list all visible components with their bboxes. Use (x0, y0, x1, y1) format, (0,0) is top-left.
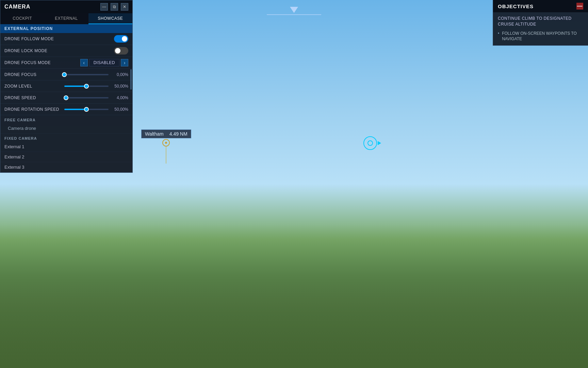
free-camera-header: FREE CAMERA (0, 115, 132, 123)
focus-next-button[interactable]: › (121, 59, 128, 66)
close-button[interactable]: ✕ (121, 3, 128, 11)
rotation-speed-thumb[interactable] (84, 107, 89, 112)
waypoint-line (166, 147, 166, 164)
focus-prev-button[interactable]: ‹ (80, 59, 88, 66)
toggle-thumb (122, 36, 127, 42)
rotation-speed-fill (64, 109, 86, 110)
waypoint-marker: Waltham 4.49 NM (141, 129, 191, 164)
drone-speed-track[interactable] (64, 97, 109, 98)
drone-speed-label: DRONE SPEED (4, 95, 64, 100)
drone-focus-thumb[interactable] (62, 72, 67, 77)
objectives-title-text: OBJECTIVES (498, 3, 534, 9)
camera-panel: CAMERA — ⧉ ✕ COCKPIT EXTERNAL SHOWCASE E… (0, 0, 133, 173)
zoom-level-fill (64, 86, 86, 87)
hud-line (267, 14, 321, 15)
rotation-speed-row: DRONE ROTATION SPEED 50,00% (0, 104, 132, 115)
follow-mode-control[interactable] (114, 35, 128, 43)
follow-mode-label: DRONE FOLLOW MODE (4, 36, 114, 41)
aircraft-reticle (363, 136, 377, 150)
zoom-level-slider-container[interactable]: 50,00% (64, 84, 128, 89)
objectives-panel: OBJECTIVES — CONTINUE CLIMB TO DESIGNATE… (493, 0, 588, 46)
restore-button[interactable]: ⧉ (111, 3, 118, 11)
zoom-level-value: 50,00% (111, 84, 128, 89)
waypoint-label: Waltham 4.49 NM (141, 129, 191, 138)
drone-speed-row: DRONE SPEED 4,00% (0, 92, 132, 104)
tab-external[interactable]: EXTERNAL (44, 13, 88, 24)
drone-focus-label: DRONE FOCUS (4, 72, 64, 77)
scroll-indicator[interactable] (130, 69, 132, 90)
rotation-speed-value: 50,00% (111, 107, 128, 112)
drone-focus-slider-container[interactable]: 0,00% (64, 72, 128, 77)
rotation-speed-track[interactable] (64, 109, 109, 110)
objectives-main-text: CONTINUE CLIMB TO DESIGNATED CRUISE ALTI… (498, 16, 583, 27)
drone-focus-value: 0,00% (111, 72, 128, 77)
external-2-item[interactable]: External 2 (0, 152, 132, 162)
reticle-arrow (378, 141, 381, 145)
hud-top (267, 7, 321, 15)
zoom-level-row: ZOOM LEVEL 50,00% (0, 80, 132, 92)
external-3-item[interactable]: External 3 (0, 162, 132, 172)
panel-title: CAMERA (4, 4, 30, 10)
external-1-item[interactable]: External 1 (0, 142, 132, 152)
waypoint-distance: 4.49 NM (169, 131, 187, 137)
zoom-level-track[interactable] (64, 86, 109, 87)
focus-mode-row: DRONE FOCUS MODE ‹ DISABLED › (0, 57, 132, 69)
drone-speed-thumb[interactable] (64, 95, 68, 100)
reticle-outer (363, 136, 377, 150)
tab-showcase[interactable]: SHOWCASE (88, 13, 132, 24)
tab-row: COCKPIT EXTERNAL SHOWCASE (0, 13, 132, 24)
panel-controls: — ⧉ ✕ (100, 3, 128, 11)
zoom-level-thumb[interactable] (84, 84, 89, 89)
lock-mode-control[interactable] (114, 47, 128, 55)
minimize-button[interactable]: — (100, 3, 108, 11)
focus-mode-label: DRONE FOCUS MODE (4, 60, 80, 65)
follow-mode-toggle[interactable] (114, 35, 128, 43)
rotation-speed-slider-container[interactable]: 50,00% (64, 107, 128, 112)
objectives-bullet-1: FOLLOW ON-SCREEN WAYPOINTS TO NAVIGATE (498, 31, 583, 42)
waypoint-name: Waltham (145, 131, 164, 137)
follow-mode-row: DRONE FOLLOW MODE (0, 33, 132, 45)
panel-titlebar: CAMERA — ⧉ ✕ (0, 0, 132, 13)
lock-toggle-thumb (115, 48, 120, 53)
objectives-body: CONTINUE CLIMB TO DESIGNATED CRUISE ALTI… (493, 12, 588, 45)
lock-mode-label: DRONE LOCK MODE (4, 48, 114, 53)
focus-mode-value: DISABLED (89, 59, 119, 66)
reticle-inner (368, 140, 373, 146)
tab-cockpit[interactable]: COCKPIT (0, 13, 44, 24)
zoom-level-label: ZOOM LEVEL (4, 84, 64, 89)
drone-focus-track[interactable] (64, 74, 109, 75)
drone-speed-value: 4,00% (111, 95, 128, 100)
camera-drone-item[interactable]: Camera drone (0, 123, 132, 134)
objectives-title: OBJECTIVES — (493, 0, 588, 12)
lock-mode-row: DRONE LOCK MODE (0, 45, 132, 57)
hud-triangle (290, 7, 298, 13)
waypoint-circle (162, 139, 170, 147)
lock-mode-toggle[interactable] (114, 47, 128, 55)
rotation-speed-label: DRONE ROTATION SPEED (4, 107, 64, 112)
fixed-camera-header: FIXED CAMERA (0, 134, 132, 142)
objectives-minimize-button[interactable]: — (576, 3, 583, 10)
drone-speed-slider-container[interactable]: 4,00% (64, 95, 128, 100)
section-header: EXTERNAL POSITION (0, 24, 132, 33)
focus-mode-control: ‹ DISABLED › (80, 59, 128, 66)
ground-overlay (0, 225, 588, 368)
drone-focus-row: DRONE FOCUS 0,00% (0, 69, 132, 80)
